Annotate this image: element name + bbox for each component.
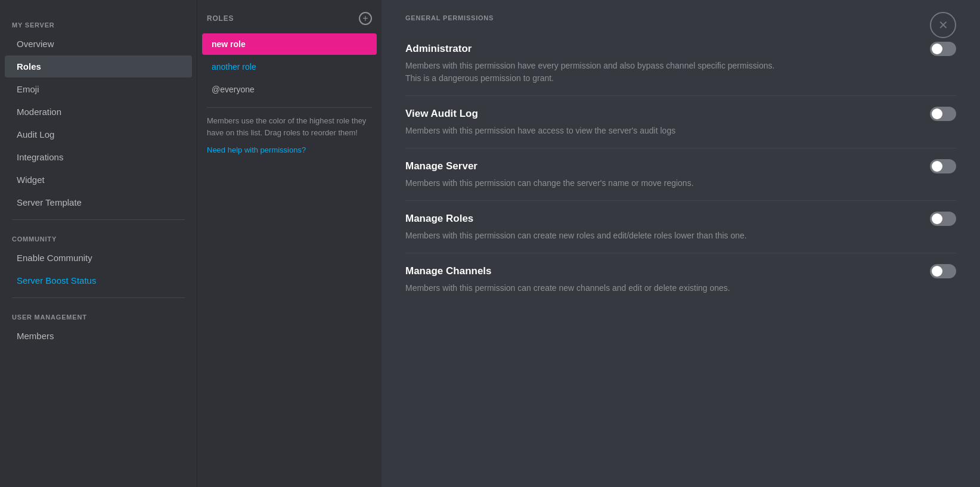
sidebar-divider-1 [12,219,185,220]
toggle-manage-server[interactable] [930,159,956,173]
user-management-section-label: USER MANAGEMENT [0,304,197,324]
role-item-another-role[interactable]: another role [202,56,377,77]
sidebar-item-server-boost-status[interactable]: Server Boost Status [5,269,192,291]
sidebar-item-members[interactable]: Members [5,325,192,347]
roles-panel: ROLES + new role another role @everyone … [197,0,382,487]
sidebar-item-audit-log[interactable]: Audit Log [5,123,192,145]
permission-manage-channels: Manage Channels Members with this permis… [405,253,956,305]
sidebar-item-server-template[interactable]: Server Template [5,191,192,213]
permission-name-view-audit-log: View Audit Log [405,108,478,120]
toggle-view-audit-log[interactable] [930,107,956,121]
role-item-new-role[interactable]: new role [202,33,377,55]
permission-view-audit-log: View Audit Log Members with this permiss… [405,96,956,148]
sidebar-item-overview[interactable]: Overview [5,33,192,55]
sidebar-item-widget[interactable]: Widget [5,169,192,191]
roles-hint: Members use the color of the highest rol… [197,115,382,138]
close-icon: ✕ [938,18,948,32]
sidebar: MY SERVER Overview Roles Emoji Moderatio… [0,0,197,487]
close-button[interactable]: ✕ [930,12,956,38]
roles-add-button[interactable]: + [359,12,372,25]
roles-help-link[interactable]: Need help with permissions? [197,145,382,154]
toggle-administrator[interactable] [930,42,956,56]
toggle-slider-administrator [930,42,956,56]
roles-title: ROLES [207,14,234,23]
permission-desc-administrator: Members with this permission have every … [405,60,775,85]
roles-header: ROLES + [197,12,382,32]
permission-manage-server: Manage Server Members with this permissi… [405,148,956,201]
permission-manage-roles: Manage Roles Members with this permissio… [405,201,956,253]
toggle-slider-manage-channels [930,264,956,278]
permission-desc-view-audit-log: Members with this permission have access… [405,125,775,137]
sidebar-divider-2 [12,297,185,298]
toggle-slider-manage-server [930,159,956,173]
sidebar-item-enable-community[interactable]: Enable Community [5,247,192,269]
role-item-everyone[interactable]: @everyone [202,79,377,100]
permission-row-manage-server: Manage Server [405,159,956,173]
sidebar-item-integrations[interactable]: Integrations [5,146,192,168]
permission-name-manage-server: Manage Server [405,160,477,172]
permission-desc-manage-roles: Members with this permission can create … [405,229,775,242]
permission-row-manage-channels: Manage Channels [405,264,956,278]
sidebar-item-roles[interactable]: Roles [5,55,192,77]
roles-divider [207,107,372,108]
permission-row-view-audit-log: View Audit Log [405,107,956,121]
permission-name-administrator: Administrator [405,43,472,55]
permission-desc-manage-channels: Members with this permission can create … [405,282,775,294]
permissions-panel: ✕ ESC GENERAL PERMISSIONS Administrator … [382,0,980,487]
sidebar-item-moderation[interactable]: Moderation [5,101,192,123]
toggle-manage-channels[interactable] [930,264,956,278]
permission-row-manage-roles: Manage Roles [405,212,956,226]
permissions-section-label: GENERAL PERMISSIONS [405,14,956,21]
permission-row-administrator: Administrator [405,42,956,56]
community-section-label: COMMUNITY [0,226,197,246]
toggle-manage-roles[interactable] [930,212,956,226]
toggle-slider-manage-roles [930,212,956,226]
server-section-label: MY SERVER [0,12,197,32]
permission-administrator: Administrator Members with this permissi… [405,31,956,96]
toggle-slider-view-audit-log [930,107,956,121]
permission-name-manage-roles: Manage Roles [405,213,473,225]
permission-desc-manage-server: Members with this permission can change … [405,177,775,190]
permission-name-manage-channels: Manage Channels [405,265,492,277]
sidebar-item-emoji[interactable]: Emoji [5,78,192,100]
